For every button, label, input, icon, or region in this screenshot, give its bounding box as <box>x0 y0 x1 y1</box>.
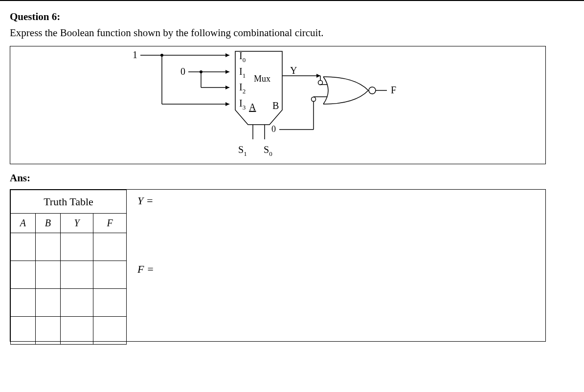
svg-marker-16 <box>225 86 229 89</box>
svg-text:0: 0 <box>271 124 276 134</box>
svg-text:I3: I3 <box>239 98 246 111</box>
svg-point-33 <box>318 81 323 85</box>
table-row <box>11 289 127 317</box>
svg-point-21 <box>160 54 163 57</box>
svg-text:A: A <box>249 102 256 112</box>
svg-text:S0: S0 <box>264 144 272 157</box>
answer-label: Ans: <box>10 172 574 184</box>
svg-marker-20 <box>225 102 229 106</box>
question-title: Question 6: <box>10 11 574 23</box>
svg-text:Mux: Mux <box>254 74 270 84</box>
svg-point-17 <box>200 70 202 73</box>
svg-text:S1: S1 <box>238 144 247 157</box>
col-A: A <box>11 214 36 233</box>
svg-marker-13 <box>225 70 229 74</box>
svg-marker-31 <box>316 74 320 78</box>
svg-text:1: 1 <box>133 49 137 60</box>
F-equation-label: F = <box>137 263 154 276</box>
Y-equation-label: Y = <box>137 195 154 207</box>
svg-point-34 <box>369 87 376 94</box>
col-F: F <box>93 214 127 233</box>
answer-area: Truth Table A B Y F Y = F = <box>10 189 546 342</box>
truth-table: Truth Table A B Y F <box>10 190 127 345</box>
col-Y: Y <box>60 214 93 233</box>
page: Question 6: Express the Boolean function… <box>0 0 584 392</box>
svg-text:B: B <box>272 100 279 111</box>
table-row <box>11 317 127 345</box>
question-prompt: Express the Boolean function shown by th… <box>10 27 574 39</box>
svg-point-27 <box>312 97 316 102</box>
table-row <box>11 233 127 261</box>
svg-text:0: 0 <box>180 66 185 77</box>
table-row <box>11 261 127 289</box>
circuit-svg: I0 I1 I2 I3 A Mux B Y 1 0 <box>10 46 545 164</box>
svg-text:F: F <box>391 85 396 95</box>
circuit-diagram: I0 I1 I2 I3 A Mux B Y 1 0 <box>10 46 546 164</box>
svg-text:I0: I0 <box>239 50 246 64</box>
truth-table-title: Truth Table <box>11 190 127 214</box>
svg-marker-11 <box>225 53 229 57</box>
svg-text:I1: I1 <box>239 66 246 79</box>
svg-text:Y: Y <box>290 65 297 76</box>
col-B: B <box>35 214 60 233</box>
svg-text:I2: I2 <box>239 82 246 95</box>
